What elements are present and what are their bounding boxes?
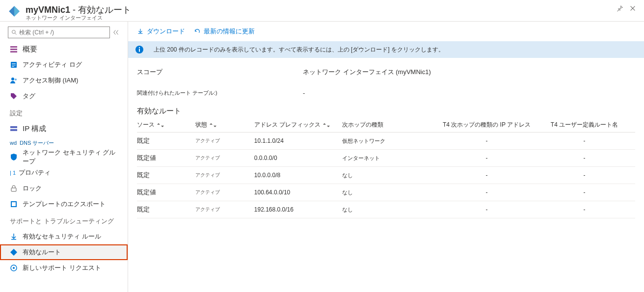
svg-rect-4 xyxy=(10,46,17,48)
info-bar: 上位 200 件のレコードのみを表示しています。すべて表示するには、上の [ダウ… xyxy=(128,41,644,58)
td-udr: - xyxy=(537,172,635,179)
td-prefix: 0.0.0.0/0 xyxy=(254,155,342,161)
th-udr[interactable]: T4 ユーザー定義ルート名 xyxy=(537,121,635,129)
svg-rect-6 xyxy=(10,51,17,53)
iam-icon xyxy=(10,77,18,84)
sidebar-item-label: IP 構成 xyxy=(23,124,46,133)
svg-marker-1 xyxy=(14,6,20,17)
svg-point-21 xyxy=(13,267,15,269)
td-source: 既定値 xyxy=(137,154,195,162)
table-row[interactable]: 既定値アクティブ100.64.0.0/10なし-- xyxy=(137,184,635,201)
section-support: サポートと トラブルシューティング xyxy=(0,212,128,229)
th-source[interactable]: ソース xyxy=(137,121,195,129)
svg-rect-8 xyxy=(12,63,16,64)
td-nexthop: 仮想ネットワーク xyxy=(342,137,440,145)
td-state: アクティブ xyxy=(195,137,254,144)
sidebar-item-label: 有効なルート xyxy=(23,248,61,257)
table-row[interactable]: 既定アクティブ192.168.0.0/16なし-- xyxy=(137,201,635,218)
toolbar: ダウンロード 最新の情報に更新 xyxy=(128,22,644,41)
sidebar-item-label: タグ xyxy=(23,92,35,101)
td-prefix: 10.1.1.0/24 xyxy=(254,137,342,144)
close-icon[interactable] xyxy=(629,5,636,12)
refresh-icon xyxy=(194,28,201,35)
td-udr: - xyxy=(537,189,635,196)
sidebar-item-properties[interactable]: | 1 プロパティ xyxy=(0,165,128,181)
lock-icon xyxy=(10,185,18,192)
refresh-label: 最新の情報に更新 xyxy=(204,27,255,36)
td-nexthop: なし xyxy=(342,189,440,196)
collapse-icon[interactable] xyxy=(113,29,120,36)
svg-point-24 xyxy=(139,47,140,48)
svg-rect-9 xyxy=(12,65,16,65)
sidebar-item-lock[interactable]: ロック xyxy=(0,181,128,196)
table-row[interactable]: 既定値アクティブ0.0.0.0/0インターネット-- xyxy=(137,150,635,167)
shield-icon xyxy=(10,153,18,161)
sidebar-item-ip-config[interactable]: IP 構成 xyxy=(0,121,128,136)
th-state[interactable]: 状態 xyxy=(195,121,254,129)
sidebar-item-label: アクティビティ ログ xyxy=(23,60,82,69)
td-nexthop-ip: - xyxy=(440,137,537,144)
table-title: 有効なルート xyxy=(128,106,644,118)
td-udr: - xyxy=(537,137,635,144)
info-text: 上位 200 件のレコードのみを表示しています。すべて表示するには、上の [ダウ… xyxy=(154,46,444,54)
support-icon xyxy=(10,264,18,272)
td-nexthop: なし xyxy=(342,206,440,213)
sidebar-item-label: 有効なセキュリティ ルール xyxy=(23,232,101,241)
sidebar-item-dns[interactable]: wd DNS サーバー xyxy=(0,136,128,149)
activity-log-icon xyxy=(10,61,18,69)
pin-icon[interactable] xyxy=(617,5,623,12)
sidebar-item-new-support[interactable]: 新しいサポート リクエスト xyxy=(0,260,128,276)
td-prefix: 10.0.0.0/8 xyxy=(254,172,342,179)
sidebar-item-effective-routes[interactable]: 有効なルート xyxy=(0,244,128,260)
sidebar-item-iam[interactable]: アクセス制御 (IAM) xyxy=(0,73,128,88)
page-title: myVMNic1 - 有効なルート xyxy=(26,5,617,15)
sidebar-item-label: ネットワーク セキュリティ グループ xyxy=(23,148,118,166)
routes-table: ソース 状態 アドレス プレフィックス 次ホップの種類 T4 次ホップの種類の … xyxy=(128,118,644,218)
blade-header: myVMNic1 - 有効なルート ネットワーク インターフェイス xyxy=(0,0,644,22)
sidebar-item-label: 概要 xyxy=(23,45,37,54)
sort-icon xyxy=(209,123,217,128)
ip-config-icon xyxy=(10,125,18,133)
scope-label: スコープ xyxy=(137,68,303,77)
table-row[interactable]: 既定アクティブ10.0.0.0/8なし-- xyxy=(137,167,635,184)
td-source: 既定 xyxy=(137,171,195,180)
svg-rect-10 xyxy=(12,66,14,67)
sidebar-item-nsg[interactable]: ネットワーク セキュリティ グループ xyxy=(0,149,128,165)
sidebar-item-label: プロパティ xyxy=(19,168,51,177)
refresh-button[interactable]: 最新の情報に更新 xyxy=(194,27,255,36)
svg-rect-17 xyxy=(12,202,16,206)
search-input-wrap[interactable] xyxy=(8,27,110,38)
td-source: 既定 xyxy=(137,136,195,145)
search-input[interactable] xyxy=(19,29,107,36)
sidebar-item-export-template[interactable]: テンプレートのエクスポート xyxy=(0,196,128,212)
sidebar-item-overview[interactable]: 概要 xyxy=(0,41,128,57)
td-state: アクティブ xyxy=(195,155,254,161)
sidebar-item-activity[interactable]: アクティビティ ログ xyxy=(0,57,128,73)
overview-icon xyxy=(10,45,18,53)
svg-point-2 xyxy=(12,30,16,34)
td-prefix: 100.64.0.0/10 xyxy=(254,189,342,196)
assoc-route-table-label: 関連付けられたルート テーブル:) xyxy=(137,89,303,97)
svg-rect-13 xyxy=(10,126,17,128)
th-prefix[interactable]: アドレス プレフィックス xyxy=(254,121,342,129)
section-settings: 設定 xyxy=(0,104,128,121)
th-nexthop[interactable]: 次ホップの種類 xyxy=(342,121,440,129)
sort-icon xyxy=(157,123,164,128)
th-nexthop-ip[interactable]: T4 次ホップの種類の IP アドレス xyxy=(440,121,537,129)
table-row[interactable]: 既定アクティブ10.1.1.0/24仮想ネットワーク-- xyxy=(137,133,635,150)
download-button[interactable]: ダウンロード xyxy=(137,27,185,36)
sidebar-item-tags[interactable]: タグ xyxy=(0,88,128,104)
security-rules-icon xyxy=(10,233,18,240)
info-icon xyxy=(135,45,144,54)
td-nexthop-ip: - xyxy=(440,172,537,179)
td-prefix: 192.168.0.0/16 xyxy=(254,206,342,213)
svg-rect-5 xyxy=(10,49,17,50)
download-label: ダウンロード xyxy=(147,27,185,36)
sidebar-item-effective-security[interactable]: 有効なセキュリティ ルール xyxy=(0,229,128,244)
td-nexthop-ip: - xyxy=(440,189,537,196)
tags-icon xyxy=(10,92,18,100)
assoc-route-table-value: - xyxy=(303,89,305,97)
sidebar-item-label: アクセス制御 (IAM) xyxy=(23,76,78,85)
dns-prefix: wd xyxy=(10,140,17,146)
td-nexthop: インターネット xyxy=(342,155,440,162)
